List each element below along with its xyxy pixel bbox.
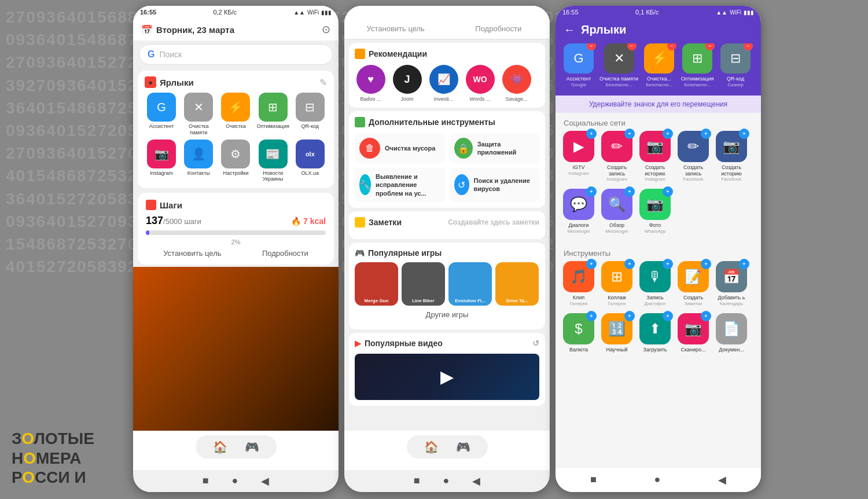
create-note-wrap: 📝 + (678, 261, 709, 295)
shortcut-cleanmem-sub: Безопасно... (606, 82, 632, 87)
tool-clip[interactable]: 🎵 + Клип Галерея (561, 261, 596, 306)
create-note-badge: + (701, 259, 711, 269)
app-igtv[interactable]: ▶ + IGTV Instagram (561, 131, 596, 182)
tool-record[interactable]: 🎙 + Запись Диктофон (638, 261, 672, 306)
games-btn-1[interactable]: 🎮 (245, 440, 259, 454)
app-clean-memory[interactable]: ✕ Очистка памяти (182, 93, 215, 136)
goal-button[interactable]: Установить цель (163, 249, 221, 258)
games-btn-2[interactable]: 🎮 (456, 440, 470, 454)
tab-details[interactable]: Подробности (447, 19, 550, 39)
home-sys-btn-2[interactable]: ● (443, 475, 450, 487)
shortcut-qr[interactable]: ⊟ − QR-код Сканер (718, 43, 753, 87)
tool-protect[interactable]: 🔒 Защита приложений (450, 133, 540, 163)
rec-app-words[interactable]: WO Words ... (464, 65, 496, 102)
app-olx[interactable]: olx OLX.ua (294, 140, 326, 183)
shortcut-qr-label: QR-код (727, 76, 745, 82)
steps-row: 137/5000 шаги 🔥 7 kcal (146, 215, 326, 227)
tools-section-label: Инструменты (556, 243, 761, 261)
home-sys-btn-1[interactable]: ● (232, 475, 238, 487)
settings-icon[interactable]: ⊙ (322, 23, 330, 36)
invest-label: Investi... (434, 96, 454, 102)
edit-icon[interactable]: ✎ (319, 77, 327, 88)
tool-collage[interactable]: ⊞ + Коллаж Галерея (599, 261, 634, 306)
app-create-story-fb[interactable]: 📷 + Создать историю Facebook (714, 131, 749, 182)
scientific-label: Научный (606, 347, 627, 353)
shortcut-cleanmem-wrap: ✕ − (604, 43, 634, 74)
rec-app-invest[interactable]: 📈 Investi... (428, 65, 459, 102)
app-photo-wa[interactable]: 📷 + Фото WhatsApp (638, 189, 672, 234)
app-settings[interactable]: ⚙ Настройки (219, 140, 252, 183)
recents-btn-1[interactable]: ◀ (261, 475, 269, 487)
shortcut-optimize-sub: Безопасно... (684, 82, 711, 87)
currency-wrap: $ + (563, 313, 594, 347)
rec-app-badoo[interactable]: ♥ Badoo ... (355, 65, 387, 102)
contacts-label: Контакты (187, 170, 210, 177)
app-optimize[interactable]: ⊞ Оптимизация (257, 93, 289, 136)
sys-nav-1: ■ ● ◀ (133, 470, 339, 492)
tool-scan[interactable]: 📷 + Сканиро... (676, 313, 711, 353)
more-games-btn[interactable]: Другие игры (355, 306, 539, 324)
dialogs-badge: + (586, 186, 597, 197)
notes-section: Заметки Создавайте здесь заметки (349, 211, 545, 239)
shortcut-clean-wrap: ⚡ − (644, 43, 674, 74)
tool-scientific[interactable]: 🔢 + Научный (599, 313, 634, 353)
search-bar[interactable]: G Поиск (139, 44, 333, 65)
wifi-icon: WiFi (307, 9, 319, 16)
video-thumb[interactable]: ▶ (355, 354, 539, 400)
scientific-wrap: 🔢 + (601, 313, 632, 347)
tab-goal[interactable]: Установить цель (344, 19, 447, 39)
app-instagram[interactable]: 📷 Instagram (145, 140, 178, 183)
shortcut-assistant[interactable]: G − Ассистент Google (561, 43, 596, 87)
tool-create-note[interactable]: 📝 + Создать Заметки (676, 261, 711, 306)
home-btn-2[interactable]: 🏠 (424, 440, 439, 454)
back-arrow-icon[interactable]: ← (564, 23, 575, 36)
rec-app-joom[interactable]: J Joom (391, 65, 423, 102)
app-create-post-ig[interactable]: ✏ + Создать запись Instagram (599, 131, 634, 182)
home-btn-1[interactable]: 🏠 (213, 440, 227, 454)
rec-app-savage[interactable]: 👾 Savage... (501, 65, 532, 102)
apps-grid-row2: 📷 Instagram 👤 Контакты ⚙ Настройки 📰 Нов… (145, 140, 327, 183)
shortcut-clean[interactable]: ⚡ − Очистка... Безопасно... (642, 43, 676, 87)
add-event-badge: + (739, 259, 749, 269)
app-review[interactable]: 🔍 + Обзор Messenger (599, 189, 634, 234)
back-btn-1[interactable]: ■ (203, 475, 209, 487)
shortcut-assistant-label: Ассистент (567, 76, 591, 82)
tool-upload[interactable]: ⬆ + Загрузить (638, 313, 672, 353)
review-sub: Messenger (605, 229, 628, 234)
sys-nav-2: ■ ● ◀ (344, 470, 550, 492)
shortcut-qr-badge: − (744, 43, 753, 50)
igtv-badge: + (586, 129, 597, 139)
app-assistant[interactable]: G Ассистент (145, 93, 178, 136)
tool-virus[interactable]: ↺ Поиск и удаление вирусов (450, 168, 540, 202)
refresh-icon[interactable]: ↺ (532, 339, 539, 348)
tool-add-event[interactable]: 📅 + Добавить ь Календарь (714, 261, 749, 306)
app-dialogs[interactable]: 💬 + Диалоги Messenger (561, 189, 596, 234)
app-contacts[interactable]: 👤 Контакты (182, 140, 215, 183)
dialogs-label: Диалоги (569, 222, 589, 229)
app-create-post-fb[interactable]: ✏ + Создать запись Facebook (676, 131, 711, 182)
phone-3: 16:55 0,1 КБ/с ▲▲ WiFi ▮▮▮ ← Ярлыки G − … (556, 6, 761, 492)
home-sys-btn-3[interactable]: ● (654, 474, 661, 486)
game-merge[interactable]: Merge Gun (355, 262, 398, 306)
app-clean[interactable]: ⚡ Очистка (219, 93, 252, 136)
tool-fix[interactable]: 🔧 Выявление и исправление проблем на ус.… (355, 168, 445, 202)
back-btn-3[interactable]: ■ (590, 474, 597, 486)
app-create-story-ig[interactable]: 📷 + Создать историю Instagram (638, 131, 672, 182)
tool-trash[interactable]: 🗑 Очистка мусора (355, 133, 445, 163)
shortcut-cleanmem[interactable]: ✕ − Очистка памяти Безопасно... (599, 43, 638, 87)
game-line[interactable]: Line Biker (402, 262, 445, 306)
tool-docs[interactable]: 📄 Докумен... (714, 313, 749, 353)
app-qr[interactable]: ⊟ QR-код (294, 93, 326, 136)
olx-label: OLX.ua (301, 170, 319, 177)
shortcut-optimize[interactable]: ⊞ − Оптимизация Безопасно... (680, 43, 715, 87)
game-drive[interactable]: Drive Ta... (495, 262, 539, 306)
recents-btn-2[interactable]: ◀ (472, 475, 480, 487)
video-title-text: Популярные видео (365, 339, 443, 348)
game-evolution[interactable]: Evolution Fi... (448, 262, 492, 306)
details-button[interactable]: Подробности (262, 249, 308, 258)
back-btn-2[interactable]: ■ (414, 475, 420, 487)
bottom-nav-2: 🏠 🎮 (344, 431, 550, 470)
recents-btn-3[interactable]: ◀ (718, 474, 726, 486)
tool-currency[interactable]: $ + Валюта (561, 313, 596, 353)
app-news[interactable]: 📰 Новости Украины (257, 140, 289, 183)
